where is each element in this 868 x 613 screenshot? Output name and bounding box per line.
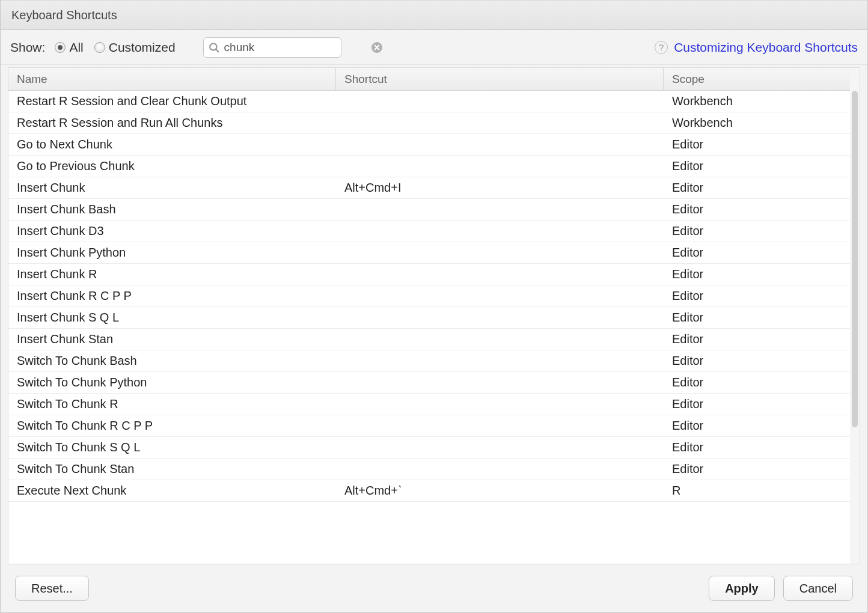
table-scroll-area[interactable]: Name Shortcut Scope Restart R Session an…: [8, 68, 850, 564]
table-row[interactable]: Insert Chunk StanEditor: [8, 329, 850, 350]
cell-shortcut[interactable]: Alt+Cmd+I: [336, 177, 664, 198]
col-header-name[interactable]: Name: [8, 68, 336, 90]
radio-all[interactable]: All: [55, 40, 83, 55]
cell-name: Go to Previous Chunk: [8, 156, 336, 177]
keyboard-shortcuts-dialog: Keyboard Shortcuts Show: All Customized: [0, 0, 868, 613]
cell-name: Execute Next Chunk: [8, 480, 336, 501]
help-icon: ?: [655, 41, 668, 54]
table-row[interactable]: Insert Chunk R C P PEditor: [8, 285, 850, 307]
radio-customized[interactable]: Customized: [94, 40, 176, 55]
show-radio-group: All Customized: [55, 40, 175, 55]
dialog-title: Keyboard Shortcuts: [11, 8, 117, 22]
table-row[interactable]: Insert Chunk BashEditor: [8, 199, 850, 221]
cell-name: Switch To Chunk Stan: [8, 459, 336, 480]
cell-shortcut[interactable]: [336, 350, 664, 371]
cell-shortcut[interactable]: [336, 285, 664, 306]
table-row[interactable]: Switch To Chunk REditor: [8, 394, 850, 415]
svg-line-1: [216, 49, 219, 52]
col-header-scope[interactable]: Scope: [664, 68, 850, 90]
cell-shortcut[interactable]: [336, 112, 664, 133]
cell-shortcut[interactable]: [336, 329, 664, 350]
cell-name: Insert Chunk R: [8, 264, 336, 285]
table-row[interactable]: Switch To Chunk PythonEditor: [8, 372, 850, 394]
clear-search-icon[interactable]: [371, 42, 382, 53]
cell-scope: Workbench: [664, 112, 850, 133]
help-link[interactable]: ? Customizing Keyboard Shortcuts: [655, 40, 858, 55]
search-icon: [209, 42, 219, 53]
table-row[interactable]: Switch To Chunk S Q LEditor: [8, 437, 850, 459]
cell-shortcut[interactable]: [336, 199, 664, 220]
cell-scope: Editor: [664, 415, 850, 436]
table-row[interactable]: Go to Next ChunkEditor: [8, 134, 850, 156]
cell-name: Go to Next Chunk: [8, 134, 336, 155]
table-row[interactable]: Switch To Chunk StanEditor: [8, 459, 850, 480]
cell-name: Insert Chunk Python: [8, 242, 336, 263]
dialog-titlebar: Keyboard Shortcuts: [1, 0, 867, 30]
dialog-footer: Reset... Apply Cancel: [1, 564, 867, 612]
col-header-shortcut[interactable]: Shortcut: [336, 68, 664, 90]
cell-scope: Editor: [664, 242, 850, 263]
cell-scope: Editor: [664, 177, 850, 198]
cell-name: Insert Chunk: [8, 177, 336, 198]
cell-shortcut[interactable]: [336, 437, 664, 458]
cell-shortcut[interactable]: [336, 221, 664, 242]
cell-name: Switch To Chunk S Q L: [8, 437, 336, 458]
cell-shortcut[interactable]: [336, 394, 664, 415]
show-label: Show:: [10, 40, 45, 55]
help-link-text: Customizing Keyboard Shortcuts: [674, 40, 858, 55]
table-row[interactable]: Insert Chunk PythonEditor: [8, 242, 850, 264]
cell-scope: Editor: [664, 459, 850, 480]
cell-shortcut[interactable]: [336, 372, 664, 393]
table-row[interactable]: Go to Previous ChunkEditor: [8, 156, 850, 177]
cell-scope: Editor: [664, 350, 850, 371]
table-row[interactable]: Insert Chunk REditor: [8, 264, 850, 285]
table-row[interactable]: Restart R Session and Clear Chunk Output…: [8, 91, 850, 112]
radio-icon: [55, 42, 66, 53]
cell-name: Switch To Chunk R: [8, 394, 336, 415]
cell-shortcut[interactable]: [336, 415, 664, 436]
table-row[interactable]: Restart R Session and Run All ChunksWork…: [8, 112, 850, 134]
cell-shortcut[interactable]: [336, 307, 664, 328]
cell-name: Insert Chunk S Q L: [8, 307, 336, 328]
search-input[interactable]: [223, 40, 368, 55]
cell-shortcut[interactable]: [336, 264, 664, 285]
cell-name: Switch To Chunk R C P P: [8, 415, 336, 436]
cell-name: Insert Chunk Bash: [8, 199, 336, 220]
cell-shortcut[interactable]: [336, 91, 664, 112]
cell-shortcut[interactable]: [336, 156, 664, 177]
apply-button[interactable]: Apply: [709, 576, 775, 601]
cell-shortcut[interactable]: [336, 134, 664, 155]
cell-scope: Editor: [664, 285, 850, 306]
reset-button[interactable]: Reset...: [15, 576, 89, 601]
table-row[interactable]: Switch To Chunk BashEditor: [8, 350, 850, 372]
cell-shortcut[interactable]: [336, 242, 664, 263]
cell-scope: Editor: [664, 156, 850, 177]
cell-scope: R: [664, 480, 850, 501]
table-row[interactable]: Insert ChunkAlt+Cmd+IEditor: [8, 177, 850, 199]
cell-scope: Editor: [664, 221, 850, 242]
cell-scope: Editor: [664, 394, 850, 415]
dialog-toolbar: Show: All Customized: [1, 30, 867, 65]
scrollbar-thumb[interactable]: [852, 91, 858, 427]
cancel-button[interactable]: Cancel: [783, 576, 853, 601]
table-row[interactable]: Insert Chunk D3Editor: [8, 221, 850, 242]
vertical-scrollbar[interactable]: [850, 68, 860, 564]
cell-name: Switch To Chunk Bash: [8, 350, 336, 371]
search-box[interactable]: [203, 37, 341, 58]
cell-scope: Editor: [664, 307, 850, 328]
cell-shortcut[interactable]: [336, 459, 664, 480]
table-row[interactable]: Switch To Chunk R C P PEditor: [8, 415, 850, 437]
cell-scope: Editor: [664, 199, 850, 220]
cell-shortcut[interactable]: Alt+Cmd+`: [336, 480, 664, 501]
cell-scope: Editor: [664, 329, 850, 350]
cell-scope: Workbench: [664, 91, 850, 112]
cell-name: Switch To Chunk Python: [8, 372, 336, 393]
cell-name: Restart R Session and Run All Chunks: [8, 112, 336, 133]
radio-icon: [94, 42, 105, 53]
svg-point-0: [210, 43, 216, 50]
table-row[interactable]: Insert Chunk S Q LEditor: [8, 307, 850, 329]
radio-all-label: All: [69, 40, 83, 55]
table-row[interactable]: Execute Next ChunkAlt+Cmd+`R: [8, 480, 850, 502]
cell-scope: Editor: [664, 437, 850, 458]
radio-customized-label: Customized: [109, 40, 176, 55]
